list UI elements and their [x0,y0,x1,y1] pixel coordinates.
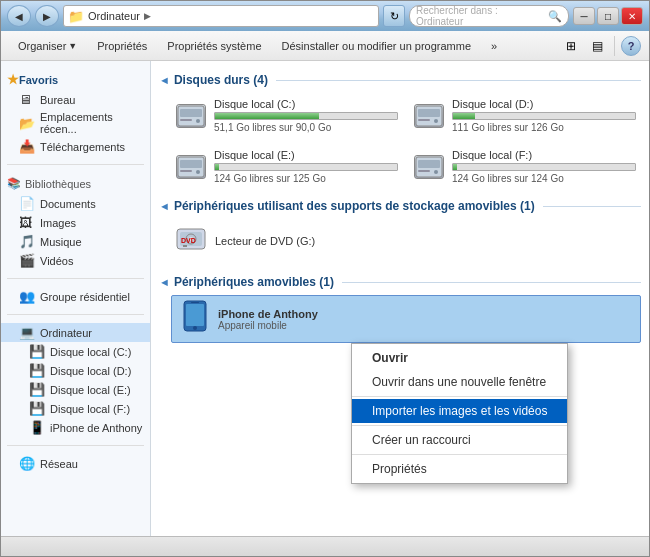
toolbar: Organiser ▼ Propriétés Propriétés systèm… [1,31,649,61]
bibliotheques-icon: 📚 [7,177,21,190]
view-icon2-button[interactable]: ▤ [586,35,608,57]
amovibles-title: Périphériques amovibles (1) [174,275,334,289]
sidebar: ★ Favoris 🖥 Bureau 📂 Emplacements récen.… [1,61,151,536]
sidebar-item-groupe[interactable]: 👥 Groupe résidentiel [1,287,150,306]
sidebar-bibliotheques-label: Bibliothèques [25,178,91,190]
svg-rect-13 [418,160,440,168]
sidebar-item-images[interactable]: 🖼 Images [1,213,150,232]
sidebar-item-disque-f[interactable]: 💾 Disque local (F:) [1,399,150,418]
proprietes-label: Propriétés [97,40,147,52]
view-icon1-button[interactable]: ⊞ [560,35,582,57]
address-text: Ordinateur [88,10,140,22]
drive-c-bar [215,113,319,119]
groupe-icon: 👥 [19,289,35,304]
drive-d-bar [453,113,475,119]
bureau-icon: 🖥 [19,92,35,107]
iphone-item[interactable]: iPhone de Anthony Appareil mobile [171,295,641,343]
drive-f-item[interactable]: Disque local (F:) 124 Go libres sur 124 … [409,144,641,189]
sidebar-favoris-section: ★ Favoris 🖥 Bureau 📂 Emplacements récen.… [1,65,150,160]
drive-f-name: Disque local (F:) [452,149,636,161]
sidebar-item-emplacements[interactable]: 📂 Emplacements récen... [1,109,150,137]
drive-e-item[interactable]: Disque local (E:) 124 Go libres sur 125 … [171,144,403,189]
drive-d-item[interactable]: Disque local (D:) 111 Go libres sur 126 … [409,93,641,138]
window-controls: ─ □ ✕ [573,7,643,25]
proprietes-button[interactable]: Propriétés [88,34,156,58]
svg-point-6 [434,119,438,123]
drive-e-bar [215,164,219,170]
dvd-item[interactable]: DVD Lecteur de DVD (G:) [171,219,641,265]
sidebar-item-disque-e[interactable]: 💾 Disque local (E:) [1,380,150,399]
sidebar-item-videos[interactable]: 🎬 Vidéos [1,251,150,270]
sidebar-bibliotheques-section: 📚 Bibliothèques 📄 Documents 🖼 Images 🎵 M… [1,169,150,274]
back-button[interactable]: ◀ [7,5,31,27]
ctx-separator-2 [352,425,567,426]
musique-icon: 🎵 [19,234,35,249]
desinstaller-button[interactable]: Désinstaller ou modifier un programme [273,34,481,58]
stockage-arrow-icon: ◄ [159,200,170,212]
view-icon1: ⊞ [566,39,576,53]
proprietes-systeme-button[interactable]: Propriétés système [158,34,270,58]
drive-c-item[interactable]: Disque local (C:) 51,1 Go libres sur 90,… [171,93,403,138]
sidebar-item-ordinateur[interactable]: 💻 Ordinateur [1,323,150,342]
minimize-button[interactable]: ─ [573,7,595,25]
sidebar-item-disque-d[interactable]: 💾 Disque local (D:) [1,361,150,380]
drive-c-bar-container [214,112,398,120]
sidebar-disque-d-label: Disque local (D:) [50,365,131,377]
drive-c-info: Disque local (C:) 51,1 Go libres sur 90,… [214,98,398,133]
ctx-importer-images[interactable]: Importer les images et les vidéos [352,399,567,423]
refresh-button[interactable]: ↻ [383,5,405,27]
sidebar-item-bureau[interactable]: 🖥 Bureau [1,90,150,109]
sidebar-item-reseau[interactable]: 🌐 Réseau [1,454,150,473]
sidebar-videos-label: Vidéos [40,255,73,267]
ctx-creer-raccourci[interactable]: Créer un raccourci [352,428,567,452]
ordinateur-icon: 💻 [19,325,35,340]
maximize-button[interactable]: □ [597,7,619,25]
ctx-separator-3 [352,454,567,455]
disques-divider [276,80,641,81]
sidebar-images-label: Images [40,217,76,229]
content-area: ◄ Disques durs (4) [151,61,649,536]
svg-rect-15 [418,170,430,172]
ctx-proprietes[interactable]: Propriétés [352,457,567,481]
ctx-separator-1 [352,396,567,397]
sidebar-item-musique[interactable]: 🎵 Musique [1,232,150,251]
sidebar-musique-label: Musique [40,236,82,248]
toolbar-right: ⊞ ▤ ? [560,35,641,57]
drive-d-info: Disque local (D:) 111 Go libres sur 126 … [452,98,636,133]
drive-d-name: Disque local (D:) [452,98,636,110]
sidebar-disque-c-label: Disque local (C:) [50,346,131,358]
search-bar[interactable]: Rechercher dans : Ordinateur 🔍 [409,5,569,27]
search-icon[interactable]: 🔍 [548,10,562,23]
folder-icon: 📁 [68,9,84,24]
svg-point-14 [434,170,438,174]
sidebar-item-disque-c[interactable]: 💾 Disque local (C:) [1,342,150,361]
forward-button[interactable]: ▶ [35,5,59,27]
close-button[interactable]: ✕ [621,7,643,25]
ctx-ouvrir[interactable]: Ouvrir [352,346,567,370]
toolbar-separator [614,36,615,56]
svg-point-2 [196,119,200,123]
explorer-window: ◀ ▶ 📁 Ordinateur ▶ ↻ Rechercher dans : O… [0,0,650,557]
disque-e-icon: 💾 [29,382,45,397]
more-button[interactable]: » [482,34,506,58]
help-button[interactable]: ? [621,36,641,56]
ctx-ouvrir-nouvelle-fenetre[interactable]: Ouvrir dans une nouvelle fenêtre [352,370,567,394]
stockage-title: Périphériques utilisant des supports de … [174,199,535,213]
sidebar-bureau-label: Bureau [40,94,75,106]
address-bar[interactable]: 📁 Ordinateur ▶ [63,5,379,27]
drive-f-info: Disque local (F:) 124 Go libres sur 124 … [452,149,636,184]
dvd-info: Lecteur de DVD (G:) [215,235,637,249]
drive-f-bar-container [452,163,636,171]
sidebar-item-telechargements[interactable]: 📥 Téléchargements [1,137,150,156]
sidebar-item-iphone[interactable]: 📱 iPhone de Anthony [1,418,150,437]
sidebar-emplacements-label: Emplacements récen... [40,111,144,135]
dvd-device-list: DVD Lecteur de DVD (G:) [159,219,641,265]
disques-durs-section-header: ◄ Disques durs (4) [159,73,641,87]
stockage-divider [543,206,641,207]
sidebar-item-documents[interactable]: 📄 Documents [1,194,150,213]
organiser-button[interactable]: Organiser ▼ [9,34,86,58]
sidebar-disque-f-label: Disque local (F:) [50,403,130,415]
disque-c-icon: 💾 [29,344,45,359]
proprietes-systeme-label: Propriétés système [167,40,261,52]
drive-d-bar-container [452,112,636,120]
